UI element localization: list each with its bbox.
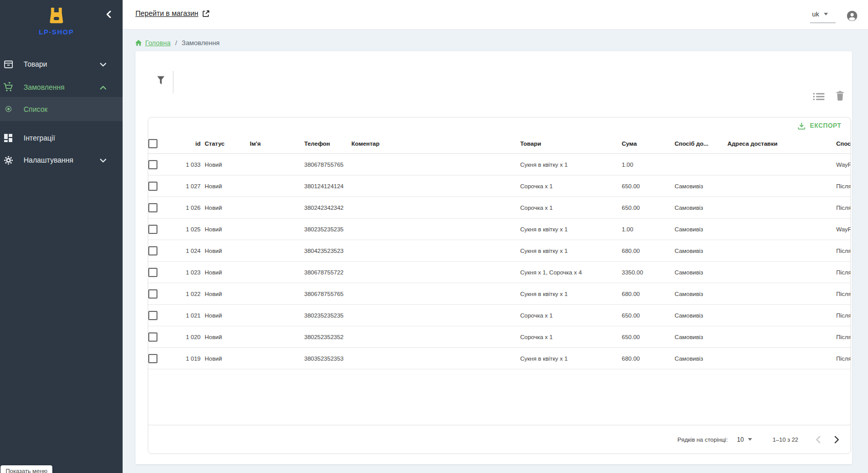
cell-id: 1 024 — [176, 240, 205, 262]
cell-sum: 1.00 — [622, 154, 675, 175]
sidebar-item-integrations[interactable]: Інтеграції — [0, 126, 123, 150]
row-select-cell — [148, 197, 176, 219]
select-all-checkbox[interactable] — [148, 139, 157, 148]
open-in-new-icon — [202, 10, 210, 17]
cell-status: Новий — [205, 326, 250, 348]
row-checkbox[interactable] — [148, 332, 157, 342]
cell-payment_method: Післяплата — [836, 175, 851, 197]
cell-delivery_method: Самовивіз — [675, 305, 727, 326]
column-header-delivery_method[interactable]: Спосіб до... — [675, 134, 727, 154]
cell-id: 1 027 — [176, 175, 205, 197]
filter-button[interactable] — [154, 73, 167, 88]
table-row[interactable]: 1 022Новий380678755765Сукня в квітку х 1… — [148, 283, 851, 305]
cell-delivery_address — [727, 197, 836, 219]
cell-phone: 380235235235 — [304, 305, 351, 326]
cell-id: 1 020 — [176, 326, 205, 348]
chevron-right-icon — [834, 436, 839, 443]
previous-page-button[interactable] — [812, 433, 825, 446]
columns-button[interactable] — [812, 90, 826, 103]
box-icon — [3, 59, 13, 69]
table-row[interactable]: 1 021Новий380235235235Сорочка х 1650.00С… — [148, 305, 851, 326]
cell-name — [250, 326, 304, 348]
cell-id: 1 025 — [176, 219, 205, 240]
sidebar-item-label: Замовлення — [24, 83, 65, 91]
breadcrumb: Головна / Замовлення — [135, 39, 220, 47]
sidebar-item-settings[interactable]: Налаштування — [0, 148, 123, 172]
chevron-up-icon — [100, 83, 106, 92]
home-icon — [135, 40, 142, 46]
column-header-name[interactable]: Ім'я — [250, 134, 304, 154]
sidebar-item-orders-list[interactable]: Список — [0, 97, 123, 121]
gear-icon — [3, 155, 13, 165]
row-checkbox[interactable] — [148, 246, 157, 255]
column-header-id[interactable]: id — [176, 134, 205, 154]
sidebar-item-products[interactable]: Товари — [0, 52, 123, 76]
table-row[interactable]: 1 023Новий380678755722Сукня х 1, Сорочка… — [148, 262, 851, 283]
cell-id: 1 019 — [176, 348, 205, 369]
table-row[interactable]: 1 020Новий380252352352Сорочка х 1650.00С… — [148, 326, 851, 348]
row-select-cell — [148, 219, 176, 240]
row-checkbox[interactable] — [148, 225, 157, 234]
logo[interactable]: LP-SHOP — [0, 6, 113, 36]
rows-per-page-select[interactable]: 10 — [737, 436, 752, 443]
cell-status: Новий — [205, 305, 250, 326]
cell-sum: 650.00 — [622, 175, 675, 197]
table-row[interactable]: 1 019Новий380352352353Сукня в квітку х 1… — [148, 348, 851, 369]
cell-phone: 380423523523 — [304, 240, 351, 262]
language-select[interactable]: uk — [810, 10, 838, 23]
cell-name — [250, 197, 304, 219]
cell-status: Новий — [205, 175, 250, 197]
cell-phone: 380678755765 — [304, 154, 351, 175]
account-circle-icon — [846, 10, 858, 22]
row-checkbox[interactable] — [148, 354, 157, 363]
table-row[interactable]: 1 025Новий380235235235Сукня в квітку х 1… — [148, 219, 851, 240]
row-checkbox[interactable] — [148, 311, 157, 320]
cell-delivery_address — [727, 262, 836, 283]
cell-delivery_method: Самовивіз — [675, 197, 727, 219]
breadcrumb-home-link[interactable]: Головна — [135, 39, 170, 47]
column-header-delivery_address[interactable]: Адреса доставки — [727, 134, 836, 154]
delete-button[interactable] — [833, 89, 846, 103]
table-row[interactable]: 1 024Новий380423523523Сукня в квітку х 1… — [148, 240, 851, 262]
cell-phone: 380678755765 — [304, 283, 351, 305]
cell-payment_method: Післяплата — [836, 348, 851, 369]
cell-name — [250, 305, 304, 326]
column-header-status[interactable]: Статус — [205, 134, 250, 154]
pagination-bar: Рядків на сторінці: 10 1–10 з 22 — [148, 425, 851, 454]
orders-table: idСтатусІм'яТелефонКоментарТовариСумаСпо… — [148, 134, 851, 369]
cell-status: Новий — [205, 283, 250, 305]
cell-sum: 680.00 — [622, 240, 675, 262]
row-checkbox[interactable] — [148, 203, 157, 212]
column-header-payment_method[interactable]: Спосіб оп... — [836, 134, 851, 154]
caret-down-icon — [748, 438, 752, 441]
cart-plus-icon — [3, 82, 13, 92]
column-header-sum[interactable]: Сума — [622, 134, 675, 154]
shopping-bag-logo-icon — [47, 6, 66, 25]
row-select-cell — [148, 154, 176, 175]
table-row[interactable]: 1 026Новий380242342342Сорочка х 1650.00С… — [148, 197, 851, 219]
go-to-store-link[interactable]: Перейти в магазин — [135, 9, 210, 17]
cell-phone: 380242342342 — [304, 197, 351, 219]
cell-sum: 680.00 — [622, 283, 675, 305]
column-header-comment[interactable]: Коментар — [351, 134, 520, 154]
sidebar-item-orders[interactable]: Замовлення — [0, 75, 123, 99]
user-avatar-button[interactable] — [846, 10, 858, 22]
cell-products: Сорочка х 1 — [520, 305, 622, 326]
next-page-button[interactable] — [830, 433, 843, 446]
export-button[interactable]: ЕКСПОРТ — [794, 121, 844, 131]
row-checkbox[interactable] — [148, 160, 157, 169]
cell-products: Сукня в квітку х 1 — [520, 283, 622, 305]
rows-per-page-value: 10 — [737, 436, 744, 443]
table-row[interactable]: 1 027Новий380124124124Сорочка х 1650.00С… — [148, 175, 851, 197]
cell-name — [250, 154, 304, 175]
row-checkbox[interactable] — [148, 268, 157, 277]
row-select-cell — [148, 326, 176, 348]
cell-sum: 650.00 — [622, 305, 675, 326]
column-header-phone[interactable]: Телефон — [304, 134, 351, 154]
cell-sum: 3350.00 — [622, 262, 675, 283]
column-header-products[interactable]: Товари — [520, 134, 622, 154]
row-checkbox[interactable] — [148, 289, 157, 299]
row-checkbox[interactable] — [148, 182, 157, 191]
table-row[interactable]: 1 033Новий380678755765Сукня в квітку х 1… — [148, 154, 851, 175]
cell-payment_method: WayForPay — [836, 219, 851, 240]
